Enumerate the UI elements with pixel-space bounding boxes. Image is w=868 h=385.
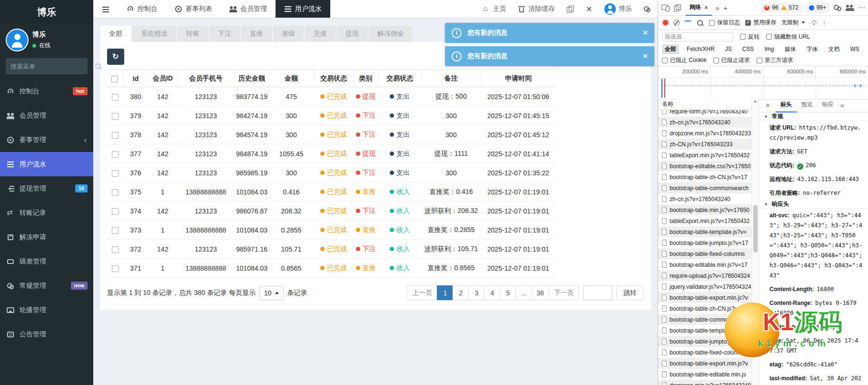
close-detail-icon[interactable]: ×: [762, 101, 774, 109]
scrollbar-thumb[interactable]: [753, 205, 758, 253]
page-button[interactable]: 上一页: [407, 285, 437, 300]
row-checkbox[interactable]: [112, 170, 118, 177]
filter-tab[interactable]: 下注: [209, 26, 240, 42]
sidebar-item[interactable]: 公告管理: [0, 322, 93, 346]
navbar-tab[interactable]: 用户流水: [276, 0, 330, 18]
sidebar-search[interactable]: [6, 58, 88, 74]
general-section-header[interactable]: ▼ 常规: [759, 112, 868, 121]
jump-page-input[interactable]: [583, 285, 612, 300]
table-row[interactable]: 371 1 13888888888 101084.03 0.8565 已完成 直…: [107, 259, 556, 278]
request-row[interactable]: tableExport.min.js?v=17650432: [658, 215, 751, 226]
page-button[interactable]: 2: [453, 285, 469, 300]
blocked-filter-checkbox[interactable]: 已阻止 Cookie: [662, 56, 707, 64]
row-checkbox[interactable]: [112, 208, 118, 215]
search-icon[interactable]: [94, 62, 102, 70]
filter-tab[interactable]: 解冻佣金: [369, 26, 413, 42]
notifications-badge[interactable]: 99+: [806, 3, 829, 12]
filter-tab[interactable]: 提现: [337, 26, 367, 42]
network-conditions-icon[interactable]: [810, 20, 818, 26]
table-row[interactable]: 379 142 123123 984274.19 300 已完成 下注 支出 3…: [107, 106, 556, 125]
request-row[interactable]: zh-CN.js?v=1765043233: [658, 139, 751, 150]
home-link[interactable]: 主页: [483, 5, 506, 13]
request-row[interactable]: bootstrap-table-fixed-columns: [658, 248, 751, 259]
row-checkbox[interactable]: [112, 151, 118, 158]
type-filter-chip[interactable]: 媒体: [781, 44, 799, 54]
page-button[interactable]: 1: [437, 285, 453, 300]
filter-tab[interactable]: 转账: [178, 26, 208, 42]
request-row[interactable]: bootstrap-editable.css?v=17650: [658, 161, 751, 172]
invert-checkbox[interactable]: 反转: [740, 33, 760, 41]
request-row[interactable]: bootstrap-table-export.min.js?v: [658, 292, 751, 303]
table-row[interactable]: 372 142 123123 985971.16 105.71 已完成 下注 收…: [107, 240, 556, 259]
user-menu[interactable]: 博乐: [604, 3, 632, 15]
page-button[interactable]: 38: [531, 285, 549, 300]
response-headers-section-header[interactable]: ▼ 响应头: [759, 200, 868, 209]
inspect-element-icon[interactable]: [673, 4, 682, 11]
table-row[interactable]: 376 142 123123 985985.19 300 已完成 下注 支出 3…: [107, 163, 556, 182]
type-filter-chip[interactable]: CSS: [740, 45, 757, 53]
issues-badge[interactable]: 96 572: [761, 3, 801, 12]
search-icon[interactable]: [696, 19, 704, 27]
page-button[interactable]: 下一页: [549, 285, 579, 300]
sidebar-item[interactable]: 解冻申请: [0, 225, 93, 249]
timeline-overview[interactable]: [658, 78, 868, 99]
type-filter-chip[interactable]: JS: [722, 45, 735, 53]
navbar-tab[interactable]: 会员管理: [221, 0, 276, 18]
blocked-filter-checkbox[interactable]: 第三方请求: [757, 56, 793, 64]
table-row[interactable]: 374 142 123123 986076.87 208.32 已完成 下注 收…: [107, 202, 556, 221]
request-row[interactable]: require-upload.js?v=176504324: [658, 270, 751, 281]
more-detail-tabs-icon[interactable]: »: [840, 101, 844, 109]
sidebar-item[interactable]: 用户流水: [0, 152, 93, 176]
sidebar-item[interactable]: 轮播管理: [0, 298, 93, 322]
request-list-header[interactable]: 名称: [658, 98, 751, 110]
toast[interactable]: i 您有新的消息 ×: [445, 23, 654, 43]
sidebar-item[interactable]: 转账记录: [0, 201, 93, 225]
request-row[interactable]: bootstrap-table-commonsearch: [658, 182, 751, 193]
request-row[interactable]: bootstrap-table-commonsearch: [658, 314, 751, 325]
detail-tab[interactable]: 标头: [776, 98, 797, 112]
blocked-filter-checkbox[interactable]: 已阻止请求: [713, 56, 750, 64]
row-checkbox[interactable]: [112, 189, 118, 196]
sidebar-item[interactable]: 级差管理: [0, 249, 93, 274]
page-button[interactable]: 3: [468, 285, 484, 300]
preserve-log-checkbox[interactable]: 保留日志: [709, 19, 740, 27]
table-row[interactable]: 377 142 123123 984874.19 1055.45 已完成 提现 …: [107, 144, 556, 163]
more-tabs-icon[interactable]: »: [716, 4, 720, 12]
record-icon[interactable]: [663, 20, 668, 25]
request-row[interactable]: tableExport.min.js?v=17650432: [658, 150, 751, 161]
select-all-checkbox[interactable]: [111, 76, 118, 82]
sidebar-item[interactable]: 提现管理 10: [0, 176, 93, 201]
page-size-select[interactable]: 10: [259, 286, 284, 300]
type-filter-chip[interactable]: Img: [761, 45, 777, 53]
request-row[interactable]: bootstrap-table-template.js?v=: [658, 325, 751, 336]
page-button[interactable]: ...: [515, 285, 532, 300]
sidebar-item[interactable]: 会员管理: [0, 103, 93, 128]
sidebar-item[interactable]: 控制台 hot: [0, 79, 93, 103]
close-icon[interactable]: ×: [643, 51, 648, 61]
type-filter-chip[interactable]: 字体: [803, 44, 820, 54]
type-filter-chip[interactable]: 全部: [662, 44, 679, 54]
clear-cache-link[interactable]: 清除缓存: [518, 5, 555, 13]
request-list-scrollbar[interactable]: ▲: [751, 98, 759, 385]
filter-tab[interactable]: 系统赠送: [132, 26, 176, 42]
settings-button[interactable]: [643, 5, 651, 13]
import-har-icon[interactable]: ↑: [823, 19, 826, 26]
request-row[interactable]: bootstrap-table.min.js?v=17650: [658, 204, 751, 215]
type-filter-chip[interactable]: WS: [847, 45, 862, 53]
type-filter-chip[interactable]: 文档: [825, 44, 842, 54]
page-button[interactable]: 4: [484, 285, 500, 300]
throttling-select[interactable]: 无限制: [781, 19, 805, 27]
request-row[interactable]: bootstrap-table-zh-CN.js?v=17: [658, 303, 751, 314]
request-row[interactable]: bootstrap-editable.min.js?v=17: [658, 259, 751, 270]
toast[interactable]: i 您有新的消息 ×: [445, 46, 654, 66]
sidebar-item[interactable]: 赛事管理 ‹: [0, 128, 93, 152]
request-row[interactable]: bootstrap-table-zh-CN.js?v=17: [658, 172, 751, 182]
request-row[interactable]: dropzone.min.js?v=1765043233: [658, 128, 751, 139]
copy-button[interactable]: [566, 5, 574, 13]
devtools-tab-network[interactable]: 网络 ×: [686, 0, 712, 16]
row-checkbox[interactable]: [112, 246, 118, 253]
row-checkbox[interactable]: [112, 94, 118, 101]
request-row[interactable]: zh-cn.js?v=1765043240: [658, 117, 751, 128]
request-row[interactable]: zh-cn.js?v=1765043240: [658, 193, 751, 204]
request-row[interactable]: bootstrap-table-jumpto.js?v=17: [658, 336, 751, 347]
